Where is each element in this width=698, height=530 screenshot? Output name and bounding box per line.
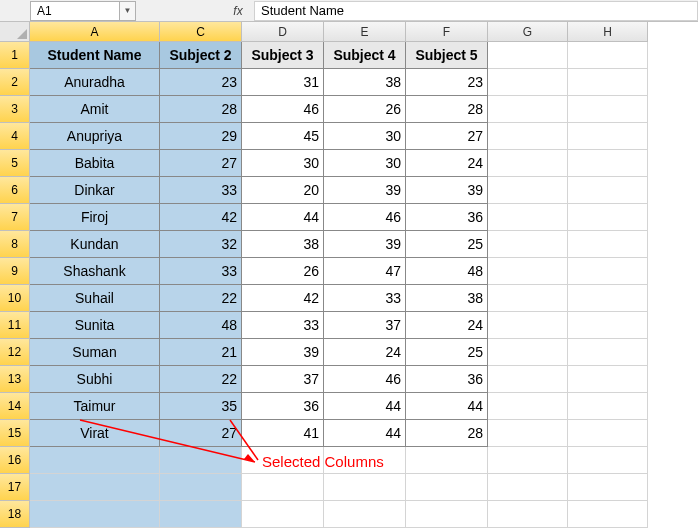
cell-name[interactable]: Kundan [30, 231, 160, 258]
cell-value[interactable]: 27 [160, 420, 242, 447]
cell-value[interactable]: 38 [324, 69, 406, 96]
col-header-a[interactable]: A [30, 22, 160, 42]
cell[interactable] [160, 447, 242, 474]
row-header[interactable]: 14 [0, 393, 30, 420]
row-header[interactable]: 10 [0, 285, 30, 312]
cell[interactable] [488, 42, 568, 69]
formula-input[interactable]: Student Name [254, 1, 698, 21]
row-header[interactable]: 16 [0, 447, 30, 474]
cell[interactable] [488, 420, 568, 447]
cell-name[interactable]: Anuradha [30, 69, 160, 96]
cell-value[interactable]: 41 [242, 420, 324, 447]
cell-value[interactable]: 46 [324, 366, 406, 393]
cell[interactable] [568, 42, 648, 69]
cell[interactable] [568, 447, 648, 474]
cell-value[interactable]: 36 [406, 204, 488, 231]
cell[interactable] [324, 474, 406, 501]
cell[interactable] [406, 501, 488, 528]
cell-name[interactable]: Taimur [30, 393, 160, 420]
cell[interactable] [488, 204, 568, 231]
row-header[interactable]: 11 [0, 312, 30, 339]
cell-value[interactable]: 26 [324, 96, 406, 123]
cell[interactable] [568, 69, 648, 96]
cell[interactable] [488, 339, 568, 366]
cell[interactable] [242, 501, 324, 528]
cell[interactable] [568, 150, 648, 177]
cell[interactable] [488, 96, 568, 123]
cell-value[interactable]: 36 [406, 366, 488, 393]
cell-value[interactable]: 39 [242, 339, 324, 366]
row-header[interactable]: 17 [0, 474, 30, 501]
cell-value[interactable]: 20 [242, 177, 324, 204]
cell-name[interactable]: Babita [30, 150, 160, 177]
cell-value[interactable]: 21 [160, 339, 242, 366]
cell-value[interactable]: 23 [160, 69, 242, 96]
cell-name[interactable]: Suhail [30, 285, 160, 312]
cell[interactable] [568, 393, 648, 420]
cell[interactable] [324, 501, 406, 528]
col-header-d[interactable]: D [242, 22, 324, 42]
row-header[interactable]: 7 [0, 204, 30, 231]
name-box[interactable]: A1 [30, 1, 120, 21]
cell-value[interactable]: 22 [160, 366, 242, 393]
name-box-dropdown[interactable]: ▼ [120, 1, 136, 21]
cell[interactable] [488, 501, 568, 528]
cell-value[interactable]: 28 [406, 96, 488, 123]
cell[interactable] [160, 474, 242, 501]
cell[interactable] [488, 231, 568, 258]
cell-value[interactable]: 23 [406, 69, 488, 96]
cell-value[interactable]: 30 [324, 123, 406, 150]
cell-value[interactable]: 29 [160, 123, 242, 150]
cell-value[interactable]: 33 [242, 312, 324, 339]
row-header[interactable]: 9 [0, 258, 30, 285]
cell[interactable] [568, 474, 648, 501]
cell-header[interactable]: Student Name [30, 42, 160, 69]
row-header[interactable]: 8 [0, 231, 30, 258]
cell-value[interactable]: 44 [324, 393, 406, 420]
cell-value[interactable]: 22 [160, 285, 242, 312]
cell-value[interactable]: 48 [160, 312, 242, 339]
cell-value[interactable]: 44 [406, 393, 488, 420]
cell-header[interactable]: Subject 5 [406, 42, 488, 69]
cell-value[interactable]: 44 [242, 204, 324, 231]
cell-value[interactable]: 28 [406, 420, 488, 447]
cell-value[interactable]: 39 [324, 177, 406, 204]
cell[interactable] [488, 150, 568, 177]
cell-header[interactable]: Subject 4 [324, 42, 406, 69]
cell-value[interactable]: 44 [324, 420, 406, 447]
cell-value[interactable]: 42 [160, 204, 242, 231]
cell-value[interactable]: 25 [406, 339, 488, 366]
cell-name[interactable]: Amit [30, 96, 160, 123]
cell[interactable] [30, 447, 160, 474]
cell-value[interactable]: 46 [324, 204, 406, 231]
cell-name[interactable]: Virat [30, 420, 160, 447]
cell[interactable] [242, 447, 324, 474]
cell-value[interactable]: 35 [160, 393, 242, 420]
cell-value[interactable]: 27 [406, 123, 488, 150]
cell[interactable] [568, 258, 648, 285]
cell[interactable] [488, 285, 568, 312]
cell-name[interactable]: Subhi [30, 366, 160, 393]
cell[interactable] [568, 177, 648, 204]
col-header-e[interactable]: E [324, 22, 406, 42]
cell[interactable] [488, 312, 568, 339]
row-header[interactable]: 6 [0, 177, 30, 204]
cell-value[interactable]: 24 [324, 339, 406, 366]
cell-value[interactable]: 30 [242, 150, 324, 177]
cell-name[interactable]: Firoj [30, 204, 160, 231]
cell-name[interactable]: Anupriya [30, 123, 160, 150]
cell-value[interactable]: 24 [406, 312, 488, 339]
cell-header[interactable]: Subject 2 [160, 42, 242, 69]
row-header[interactable]: 1 [0, 42, 30, 69]
col-header-g[interactable]: G [488, 22, 568, 42]
cell-value[interactable]: 37 [242, 366, 324, 393]
cell[interactable] [568, 285, 648, 312]
row-header[interactable]: 3 [0, 96, 30, 123]
cell-value[interactable]: 39 [324, 231, 406, 258]
cell[interactable] [568, 123, 648, 150]
cell-value[interactable]: 38 [406, 285, 488, 312]
cell-value[interactable]: 31 [242, 69, 324, 96]
cell-value[interactable]: 30 [324, 150, 406, 177]
cell[interactable] [568, 96, 648, 123]
cell-value[interactable]: 33 [160, 177, 242, 204]
